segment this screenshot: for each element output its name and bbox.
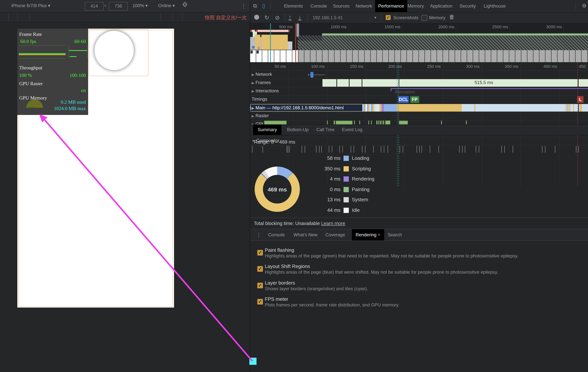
filmstrip-frame[interactable] <box>286 50 292 62</box>
viewport-height-input[interactable] <box>109 2 128 11</box>
filmstrip-frame[interactable] <box>564 50 569 62</box>
tab-memory[interactable]: Memory <box>405 0 427 12</box>
filmstrip-frame[interactable] <box>274 50 280 62</box>
filmstrip-frame[interactable] <box>413 50 419 62</box>
device-toolbar-toggle-icon[interactable]: ▯ <box>262 3 265 9</box>
summary-tab-summary[interactable]: Summary <box>253 125 282 135</box>
main-flame-segment[interactable] <box>578 104 579 112</box>
main-flame-segment[interactable] <box>382 104 384 112</box>
frame-item[interactable] <box>337 79 350 87</box>
filmstrip-frame[interactable] <box>268 50 274 62</box>
main-flame-segment[interactable] <box>397 104 462 112</box>
disclosure-icon[interactable]: ▶ <box>252 81 254 85</box>
filmstrip-frame[interactable] <box>546 50 551 62</box>
filmstrip-frame[interactable] <box>359 50 365 62</box>
filmstrip-frame[interactable] <box>509 50 515 62</box>
record-icon[interactable]: ⬤ <box>254 13 259 21</box>
filmstrip-frame[interactable] <box>443 50 449 62</box>
learn-more-link[interactable]: Learn more <box>321 221 345 226</box>
filmstrip-frame[interactable] <box>497 50 503 62</box>
timeline-overview[interactable]: 500 ms1000 ms1500 ms2000 ms2500 ms3000 m… <box>250 23 588 63</box>
track-label-frames[interactable]: ▶ Frames <box>252 80 271 85</box>
filmstrip-frame[interactable] <box>256 50 262 62</box>
tab-security[interactable]: Security <box>457 0 479 12</box>
main-flame-segment[interactable] <box>374 104 376 112</box>
filmstrip-frame[interactable] <box>262 50 268 62</box>
main-flame-segment[interactable] <box>474 104 475 112</box>
main-flame-segment[interactable] <box>573 104 574 112</box>
filmstrip-frame[interactable] <box>437 50 443 62</box>
network-request-bar[interactable] <box>310 72 313 78</box>
filmstrip-frame[interactable] <box>539 50 546 62</box>
filmstrip-frame[interactable] <box>298 50 304 62</box>
filmstrip-frame[interactable] <box>377 50 383 62</box>
drawer-tab-console[interactable]: Console <box>264 229 289 240</box>
rendering-option-checkbox[interactable]: ✓ <box>257 283 263 288</box>
rendering-option-checkbox[interactable]: ✓ <box>257 250 263 255</box>
gear-icon[interactable]: ⚙ <box>582 3 587 9</box>
drawer-tab-whatsnew[interactable]: What's New <box>290 229 321 240</box>
l-badge[interactable]: L <box>577 96 583 103</box>
filmstrip-frame[interactable] <box>557 50 564 62</box>
main-flame-segment[interactable] <box>580 104 582 112</box>
device-select[interactable]: iPhone 6/7/8 Plus ▾ <box>11 3 50 8</box>
selection-handle[interactable] <box>296 23 299 37</box>
track-label-interactions[interactable]: ▶ Interactions <box>252 88 279 94</box>
drawer-tab-search[interactable]: Search <box>384 229 406 240</box>
filmstrip-frame[interactable] <box>455 50 461 62</box>
filmstrip-frame[interactable] <box>576 50 582 62</box>
main-flame-segment[interactable] <box>569 104 570 112</box>
kebab-menu-icon[interactable]: ⋮ <box>241 3 246 9</box>
tab-network[interactable]: Network <box>353 0 375 12</box>
filmstrip-frame[interactable] <box>419 50 425 62</box>
frame-item[interactable] <box>362 79 399 87</box>
filmstrip-frame[interactable] <box>335 50 341 62</box>
track-label-network[interactable]: ▶ Network <box>252 72 272 77</box>
drawer-kebab-icon[interactable]: ⋮ <box>256 232 262 238</box>
summary-tab-eventlog[interactable]: Event Log <box>337 125 367 135</box>
main-flame-segment[interactable] <box>384 104 397 112</box>
filmstrip-frame[interactable] <box>479 50 485 62</box>
filmstrip-frame[interactable] <box>521 50 527 62</box>
throttling-select[interactable]: Online ▾ <box>158 3 175 8</box>
filmstrip-frame[interactable] <box>389 50 395 62</box>
filmstrip-frame[interactable] <box>582 50 588 62</box>
fp-badge[interactable]: FP <box>410 96 419 103</box>
filmstrip-frame[interactable] <box>473 50 479 62</box>
filmstrip-frame[interactable] <box>503 50 509 62</box>
filmstrip-frame[interactable] <box>395 50 401 62</box>
track-label-raster[interactable]: ▶ Raster <box>252 113 269 118</box>
main-flame-segment[interactable] <box>376 104 379 112</box>
tab-lighthouse[interactable]: Lighthouse <box>481 0 509 12</box>
clear-icon[interactable]: ⊘ <box>275 14 280 21</box>
main-flame-segment[interactable] <box>567 104 568 112</box>
close-icon[interactable]: × <box>377 232 380 237</box>
disclosure-icon[interactable]: ▶ <box>252 73 254 76</box>
filmstrip-frame[interactable] <box>401 50 407 62</box>
filmstrip-frame[interactable] <box>569 50 576 62</box>
tab-console[interactable]: Console <box>307 0 330 12</box>
filmstrip-frame[interactable] <box>365 50 371 62</box>
memory-checkbox[interactable] <box>421 15 427 21</box>
filmstrip-frame[interactable] <box>322 50 328 62</box>
zoom-select[interactable]: 100% ▾ <box>133 3 148 8</box>
filmstrip-frame[interactable] <box>250 50 256 62</box>
rendering-option-checkbox[interactable]: ✓ <box>257 266 263 272</box>
filmstrip-frame[interactable] <box>407 50 413 62</box>
disclosure-icon[interactable]: ▶ <box>252 106 254 110</box>
filmstrip-frame[interactable] <box>431 50 437 62</box>
track-label-timings[interactable]: Timings <box>252 96 267 102</box>
tab-elements[interactable]: Elements <box>281 0 306 12</box>
main-flame-segment[interactable] <box>367 104 368 112</box>
rendering-option-checkbox[interactable]: ✓ <box>257 299 263 305</box>
load-profile-icon[interactable]: ↑ <box>289 14 291 20</box>
main-flame-segment[interactable] <box>372 104 374 112</box>
frame-item[interactable]: 515.5 ms <box>399 79 578 87</box>
screenshots-checkbox[interactable]: ✓ <box>386 15 391 20</box>
filmstrip-frame[interactable] <box>461 50 467 62</box>
rotate-device-icon[interactable]: ⧉ <box>181 0 189 9</box>
inspect-cursor-icon[interactable]: ⧉ <box>253 3 257 9</box>
summary-tab-calltree[interactable]: Call Tree <box>312 125 339 135</box>
filmstrip-frame[interactable] <box>533 50 539 62</box>
frame-item[interactable] <box>350 79 362 87</box>
